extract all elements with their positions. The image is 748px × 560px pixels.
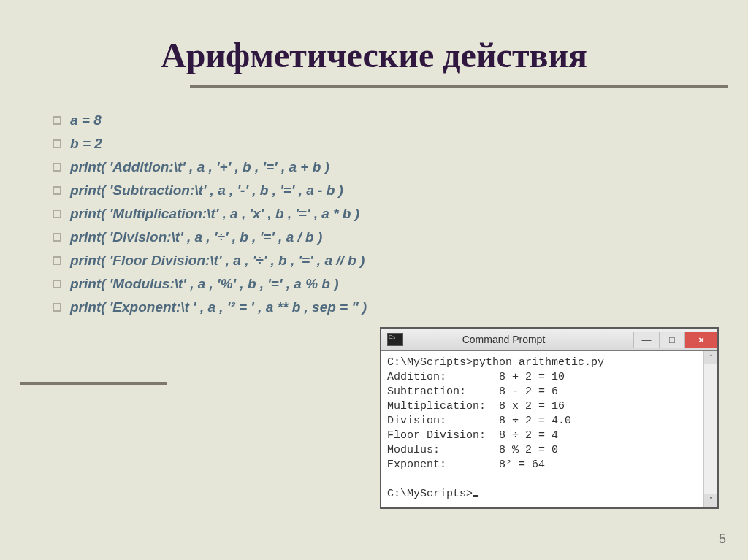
title-underline	[190, 85, 728, 88]
minimize-icon: —	[642, 334, 652, 345]
code-line: a = 8	[53, 109, 748, 132]
code-line: print( 'Floor Division:\t' , a , '÷' , b…	[53, 249, 748, 272]
window-title: Command Prompt	[403, 334, 633, 345]
code-bullet-list: a = 8 b = 2 print( 'Addition:\t' , a , '…	[0, 109, 748, 319]
code-line: print( 'Modulus:\t' , a , '%' , b , '=' …	[53, 272, 748, 296]
scrollbar[interactable]: ˄ ˅	[703, 351, 717, 507]
window-titlebar: Command Prompt — □ ×	[381, 329, 717, 351]
cmd-icon	[387, 333, 403, 346]
slide: Арифметические действия a = 8 b = 2 prin…	[0, 0, 748, 560]
code-line: print( 'Multiplication:\t' , a , 'x' , b…	[53, 202, 748, 226]
terminal-cursor	[473, 495, 478, 497]
minimize-button[interactable]: —	[633, 332, 659, 348]
slide-title: Арифметические действия	[0, 0, 748, 85]
scroll-down-icon[interactable]: ˅	[704, 494, 717, 507]
maximize-button[interactable]: □	[659, 332, 684, 348]
maximize-icon: □	[669, 334, 675, 345]
close-icon: ×	[698, 334, 704, 345]
code-line: print( 'Division:\t' , a , '÷' , b , '='…	[53, 226, 748, 249]
close-button[interactable]: ×	[684, 332, 717, 348]
decorative-rule	[20, 382, 167, 385]
code-line: print( 'Subtraction:\t' , a , '-' , b , …	[53, 179, 748, 202]
page-number: 5	[719, 532, 726, 547]
scroll-up-icon[interactable]: ˄	[704, 351, 717, 364]
code-line: print( 'Exponent:\t ' , a , '² = ' , a *…	[53, 296, 748, 319]
code-line: print( 'Addition:\t' , a , '+' , b , '='…	[53, 156, 748, 179]
window-buttons: — □ ×	[633, 331, 717, 348]
terminal-output: C:\MyScripts>python arithmetic.py Additi…	[387, 356, 713, 502]
code-line: b = 2	[53, 132, 748, 156]
command-prompt-window: Command Prompt — □ × C:\MyScripts>python…	[380, 327, 719, 509]
terminal-body: C:\MyScripts>python arithmetic.py Additi…	[381, 351, 717, 507]
